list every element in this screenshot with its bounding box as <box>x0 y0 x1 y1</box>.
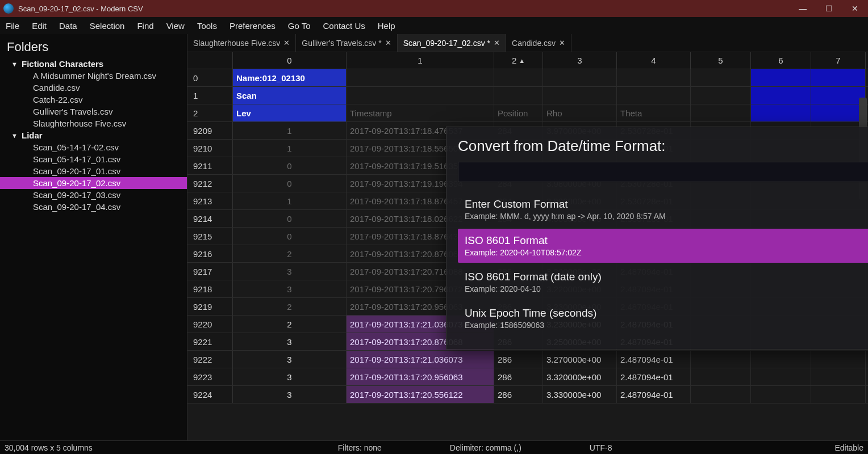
cell[interactable] <box>751 87 811 104</box>
cell[interactable]: 0 <box>233 210 347 227</box>
cell[interactable]: 286 <box>494 368 543 385</box>
cell[interactable]: 3 <box>233 333 347 350</box>
status-encoding[interactable]: UTF-8 <box>590 443 612 452</box>
cell[interactable] <box>543 87 617 104</box>
column-header[interactable]: 1 <box>347 52 494 69</box>
cell[interactable] <box>751 104 811 121</box>
cell[interactable]: 286 <box>494 386 543 403</box>
menu-find[interactable]: Find <box>137 21 153 31</box>
menu-preferences[interactable]: Preferences <box>229 21 276 31</box>
cell[interactable] <box>751 351 811 368</box>
cell[interactable]: 0 <box>233 157 347 174</box>
cell[interactable]: 3 <box>233 280 347 297</box>
cell[interactable] <box>347 87 494 104</box>
close-icon[interactable]: ✕ <box>494 39 500 47</box>
cell[interactable]: 2 <box>233 298 347 315</box>
menu-tools[interactable]: Tools <box>197 21 217 31</box>
row-number[interactable]: 9214 <box>187 210 233 227</box>
cell[interactable] <box>751 386 811 403</box>
tree-item[interactable]: A Midsummer Night's Dream.csv <box>0 70 187 82</box>
tab[interactable]: Gulliver's Travels.csv *✕ <box>296 34 397 52</box>
dialog-input[interactable] <box>458 162 868 182</box>
cell[interactable] <box>691 386 751 403</box>
column-header[interactable]: 5 <box>691 52 751 69</box>
cell[interactable] <box>811 386 866 403</box>
cell[interactable]: 2 <box>233 316 347 333</box>
column-header[interactable]: 3 <box>543 52 617 69</box>
column-header[interactable]: 4 <box>617 52 691 69</box>
tree-item[interactable]: Catch-22.csv <box>0 94 187 106</box>
cell[interactable] <box>751 69 811 86</box>
menu-view[interactable]: View <box>166 21 185 31</box>
cell[interactable]: 2.487094e-01 <box>617 386 691 403</box>
cell[interactable]: 3 <box>233 386 347 403</box>
cell[interactable]: Theta <box>617 104 691 121</box>
window-min-button[interactable]: — <box>790 0 816 17</box>
cell[interactable]: 2 <box>233 245 347 262</box>
cell[interactable]: Rho <box>543 104 617 121</box>
cell[interactable]: 2017-09-20T13:17:20.556122 <box>347 386 494 403</box>
cell[interactable]: 3.270000e+00 <box>543 351 617 368</box>
cell[interactable] <box>494 87 543 104</box>
menu-edit[interactable]: Edit <box>32 21 47 31</box>
row-number[interactable]: 1 <box>187 87 233 104</box>
cell[interactable]: 1 <box>233 192 347 209</box>
row-number[interactable]: 9222 <box>187 351 233 368</box>
menu-selection[interactable]: Selection <box>90 21 125 31</box>
cell[interactable]: 3.320000e+00 <box>543 368 617 385</box>
dialog-option[interactable]: Enter Custom FormatExample: MMM. d, yyyy… <box>458 192 868 226</box>
column-header[interactable]: 7 <box>811 52 866 69</box>
row-number[interactable]: 0 <box>187 69 233 86</box>
cell[interactable]: Timestamp <box>347 104 494 121</box>
row-number[interactable]: 9213 <box>187 192 233 209</box>
row-number[interactable]: 9209 <box>187 122 233 139</box>
column-header[interactable]: 6 <box>751 52 811 69</box>
column-header[interactable]: 0 <box>233 52 347 69</box>
window-close-button[interactable]: ✕ <box>842 0 868 17</box>
cell[interactable] <box>494 69 543 86</box>
cell[interactable]: 2.487094e-01 <box>617 351 691 368</box>
tab[interactable]: Candide.csv✕ <box>506 34 571 52</box>
window-max-button[interactable]: ☐ <box>816 0 842 17</box>
cell[interactable]: Scan <box>233 87 347 104</box>
status-editable[interactable]: Editable <box>834 443 863 452</box>
tree-item[interactable]: Scan_05-14-17_01.csv <box>0 153 187 165</box>
menu-help[interactable]: Help <box>378 21 395 31</box>
tree-item[interactable]: Candide.csv <box>0 82 187 94</box>
tree-item[interactable]: Scan_09-20-17_02.csv <box>0 177 187 189</box>
cell[interactable]: 2017-09-20T13:17:21.036073 <box>347 351 494 368</box>
cell[interactable] <box>691 104 751 121</box>
cell[interactable]: 0 <box>233 228 347 245</box>
cell[interactable] <box>617 69 691 86</box>
folder-lidar[interactable]: ▼Lidar <box>0 129 187 141</box>
cell[interactable]: 0 <box>233 175 347 192</box>
close-icon[interactable]: ✕ <box>559 39 565 47</box>
cell[interactable] <box>811 104 866 121</box>
cell[interactable] <box>811 69 866 86</box>
cell[interactable] <box>691 351 751 368</box>
tree-item[interactable]: Slaughterhouse Five.csv <box>0 117 187 129</box>
cell[interactable] <box>811 351 866 368</box>
cell[interactable] <box>347 69 494 86</box>
row-number[interactable]: 9217 <box>187 263 233 280</box>
menu-data[interactable]: Data <box>59 21 77 31</box>
row-number[interactable]: 9218 <box>187 280 233 297</box>
cell[interactable]: 286 <box>494 351 543 368</box>
row-number[interactable]: 9221 <box>187 333 233 350</box>
status-delimiter[interactable]: Delimiter: comma (,) <box>450 443 521 452</box>
cell[interactable]: 1 <box>233 140 347 157</box>
cell[interactable]: 2.487094e-01 <box>617 368 691 385</box>
row-number[interactable]: 9224 <box>187 386 233 403</box>
close-icon[interactable]: ✕ <box>385 39 391 47</box>
cell[interactable]: 3 <box>233 368 347 385</box>
cell[interactable] <box>811 368 866 385</box>
cell[interactable] <box>811 87 866 104</box>
row-number[interactable]: 9220 <box>187 316 233 333</box>
column-header[interactable]: 2▲ <box>494 52 543 69</box>
cell[interactable]: Name:012_02130 <box>233 69 347 86</box>
cell[interactable]: 2017-09-20T13:17:20.956063 <box>347 368 494 385</box>
cell[interactable] <box>751 368 811 385</box>
menu-file[interactable]: File <box>6 21 19 31</box>
cell[interactable] <box>691 368 751 385</box>
row-number[interactable]: 9219 <box>187 298 233 315</box>
